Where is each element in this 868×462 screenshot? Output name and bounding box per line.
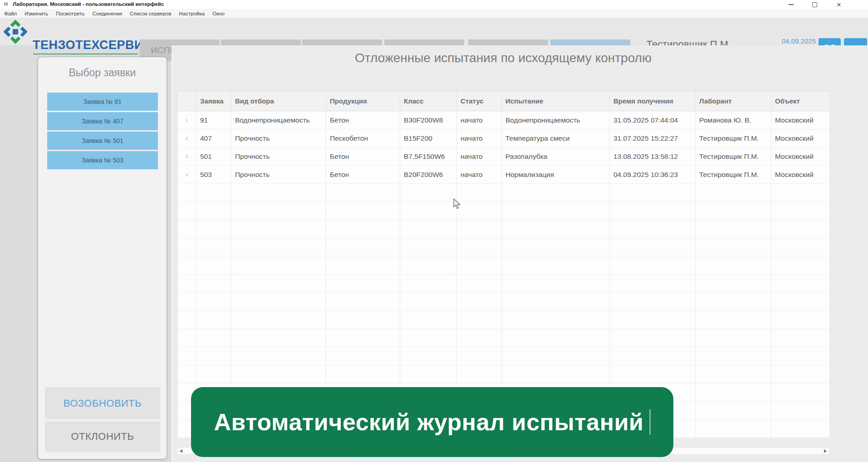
menu-view[interactable]: Посмотреть xyxy=(56,11,84,16)
restore-button[interactable] xyxy=(808,1,821,8)
request-label: Заявка № 503 xyxy=(82,157,123,164)
table-header-row: Заявка Вид отбора Продукция Класс Статус… xyxy=(177,91,830,111)
resume-button[interactable]: ВОЗОБНОВИТЬ xyxy=(45,387,160,419)
overlay-banner: Автоматический журнал испытаний xyxy=(191,387,673,457)
request-label: Заявка № 501 xyxy=(82,137,123,144)
table-empty-row xyxy=(177,184,830,202)
table-row[interactable]: 3 501 Прочность Бетон B7.5F150W6 начато … xyxy=(177,147,830,166)
menu-settings[interactable]: Настройка xyxy=(179,11,205,16)
overlay-banner-text: Автоматический журнал испытаний xyxy=(214,408,643,436)
menu-bar: Файл Изменить Посмотреть Соединения Спис… xyxy=(0,9,868,18)
col-ispytanie: Испытание xyxy=(502,91,610,111)
menu-window[interactable]: Окно xyxy=(212,11,225,16)
table-empty-row xyxy=(177,238,830,256)
col-laborant: Лаборант xyxy=(696,91,771,111)
restore-icon xyxy=(812,2,817,7)
minimize-icon xyxy=(789,4,794,5)
overlay-caret xyxy=(649,409,651,435)
table-empty-row xyxy=(177,256,830,275)
col-rownum xyxy=(177,91,196,111)
app-window: Н Лаборатория. Московский - пользователь… xyxy=(0,0,868,462)
close-icon: ✕ xyxy=(837,2,842,8)
request-button-91[interactable]: Заявка № 91 xyxy=(47,93,158,111)
close-button[interactable]: ✕ xyxy=(832,1,846,8)
request-button-407[interactable]: Заявка № 407 xyxy=(47,112,158,130)
table-empty-row xyxy=(177,275,830,293)
table-row[interactable]: 1 91 Водонепроницаемость Бетон B30F200W8… xyxy=(177,111,830,129)
table-empty-row xyxy=(177,311,830,329)
col-obyekt: Объект xyxy=(771,91,830,111)
col-vremya: Время получения xyxy=(610,91,696,111)
company-logo-name: ТЕНЗОТЕХСЕРВИС xyxy=(33,38,152,52)
table-row[interactable]: 2 407 Прочность Пескобетон B15F200 начат… xyxy=(177,129,830,147)
page-title: Отложенные испытания по исходящему контр… xyxy=(177,51,829,65)
request-button-501[interactable]: Заявка № 501 xyxy=(47,132,158,150)
col-klass: Класс xyxy=(400,91,457,111)
menu-server-list[interactable]: Список серверов xyxy=(130,11,171,16)
col-zayavka: Заявка xyxy=(196,91,231,111)
title-bar: Н Лаборатория. Московский - пользователь… xyxy=(0,0,868,9)
window-title: Лаборатория. Московский - пользовательск… xyxy=(13,1,164,7)
minimize-button[interactable] xyxy=(784,1,798,8)
col-vid-otbora: Вид отбора xyxy=(231,91,326,111)
app-icon: Н xyxy=(4,1,8,7)
sidebar-title: Выбор заявки xyxy=(38,67,167,79)
table-empty-row xyxy=(177,329,830,347)
menu-connections[interactable]: Соединения xyxy=(93,11,123,16)
header-band: ТЕНЗОТЕХСЕРВИС инжиниринг и производство… xyxy=(0,18,868,45)
request-label: Заявка № 407 xyxy=(82,118,123,125)
col-produkciya: Продукция xyxy=(326,91,400,111)
table-empty-row xyxy=(177,220,830,238)
scroll-right-icon[interactable] xyxy=(824,449,827,453)
company-logo-icon xyxy=(2,19,29,44)
scroll-left-icon[interactable] xyxy=(180,449,182,453)
menu-file[interactable]: Файл xyxy=(4,11,17,16)
request-button-503[interactable]: Заявка № 503 xyxy=(47,151,158,169)
decline-button[interactable]: ОТКЛОНИТЬ xyxy=(45,421,160,452)
request-sidebar: Выбор заявки Заявка № 91 Заявка № 407 За… xyxy=(38,57,167,459)
menu-edit[interactable]: Изменить xyxy=(25,11,48,16)
col-status: Статус xyxy=(457,91,502,111)
table-empty-row xyxy=(177,293,830,311)
request-label: Заявка № 91 xyxy=(83,98,122,105)
table-empty-row xyxy=(177,365,830,383)
deferred-tests-table: Заявка Вид отбора Продукция Класс Статус… xyxy=(177,91,830,438)
table-empty-row xyxy=(177,202,830,220)
table-empty-row xyxy=(177,347,830,365)
table-row[interactable]: 4 503 Прочность Бетон B20F200W6 начато Н… xyxy=(177,166,830,184)
